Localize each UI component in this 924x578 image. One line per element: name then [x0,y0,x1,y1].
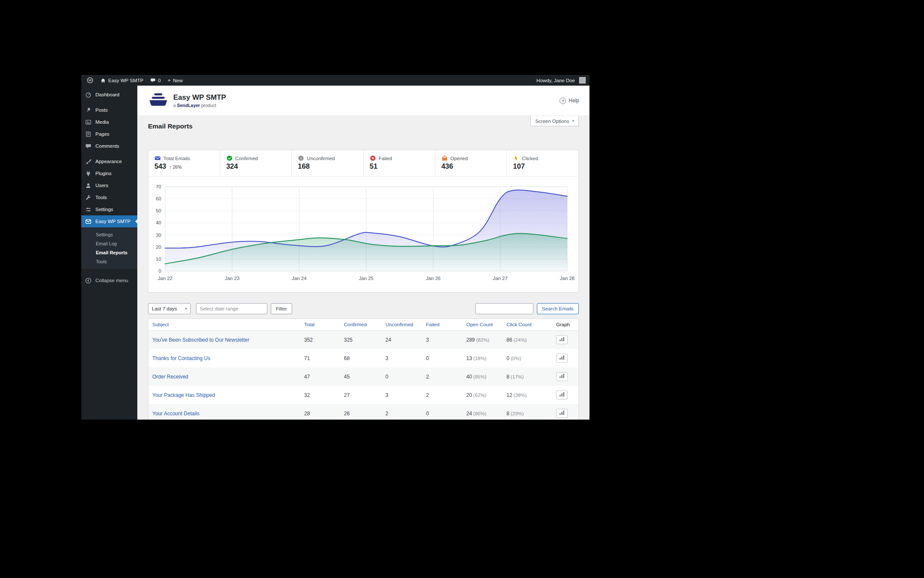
col-header-subject[interactable]: Subject [148,319,300,331]
wordpress-admin-window: W Easy WP SMTP 0 + New Howd [81,75,589,420]
custom-date-range-input[interactable] [196,303,267,314]
sidebar-item-plugins[interactable]: Plugins [81,167,137,179]
email-subject-link[interactable]: Thanks for Contacting Us [152,355,210,361]
email-subject-link[interactable]: You've Been Subscribed to Our Newsletter [152,337,249,343]
arrow-up-icon: ↑ [169,164,172,170]
graph-button[interactable] [556,354,568,363]
graph-button[interactable] [556,335,568,344]
submenu-item-settings[interactable]: Settings [81,230,137,239]
graph-button[interactable] [556,390,568,399]
graph-button[interactable] [556,372,568,381]
col-header-confirmed[interactable]: Confirmed [340,319,382,331]
comment-bubble-icon [150,77,156,83]
svg-text:Jan 24: Jan 24 [292,276,307,281]
plugin-title: Easy WP SMTP [173,93,226,102]
sliders-icon [85,206,92,213]
cell-graph [552,404,578,420]
filter-button[interactable]: Filter [271,303,292,314]
collapse-menu-button[interactable]: Collapse menu [81,274,137,286]
brush-icon [85,158,92,165]
howdy-text: Howdy, Jane Doe [536,78,575,83]
svg-text:?: ? [300,157,302,161]
search-emails-button[interactable]: Search Emails [537,303,579,314]
cell-subject: Thanks for Contacting Us [148,349,300,367]
stats-row: Total Emails 543 ↑26% Confirmed 324 ? Un… [148,150,578,177]
bar-chart-icon [559,373,565,380]
plugin-header: Easy WP SMTP a SendLayer product ? Help [137,86,589,116]
cell-open-count: 289(82%) [462,331,503,349]
col-header-graph: Graph [552,319,578,331]
sidebar-item-easy-wp-smtp[interactable]: Easy WP SMTP [81,215,137,227]
envelope-open-icon [441,155,448,161]
email-reports-table: Subject Total Confirmed Unconfirmed Fail… [148,319,579,420]
email-table-body: You've Been Subscribed to Our Newsletter… [148,331,578,420]
sidebar-item-label: Media [95,119,109,125]
cell-click-count: 8(17%) [503,367,552,386]
sidebar-item-label: Comments [95,143,119,149]
reports-card: Total Emails 543 ↑26% Confirmed 324 ? Un… [148,150,579,292]
table-header-row: Subject Total Confirmed Unconfirmed Fail… [148,319,578,331]
submenu-item-tools[interactable]: Tools [81,257,137,266]
sidebar-item-dashboard[interactable]: Dashboard [81,89,137,101]
sidebar-item-pages[interactable]: Pages [81,128,137,140]
user-icon [85,182,92,189]
howdy-account-link[interactable]: Howdy, Jane Doe [533,75,578,86]
dashboard-icon [85,92,92,98]
col-header-total[interactable]: Total [300,319,340,331]
graph-button[interactable] [556,409,568,418]
cell-failed: 3 [422,331,462,349]
table-row: Your Account Details28262024(86%)8(29%) [148,404,578,420]
sidebar-item-appearance[interactable]: Appearance [81,155,137,167]
svg-text:60: 60 [156,196,161,201]
email-subject-link[interactable]: Order Received [152,374,188,380]
cell-graph [552,386,578,404]
email-subject-link[interactable]: Your Account Details [152,411,199,417]
stat-clicked: Clicked 107 [507,150,578,176]
cell-failed: 2 [422,367,462,386]
col-header-unconfirmed[interactable]: Unconfirmed [382,319,422,331]
sidebar-item-posts[interactable]: Posts [81,104,137,116]
submenu-item-email-log[interactable]: Email Log [81,239,137,248]
menu-separator [81,101,137,104]
svg-text:70: 70 [156,184,161,189]
col-header-click-count[interactable]: Click Count [503,319,552,331]
cell-failed: 0 [422,349,462,367]
sidebar-item-media[interactable]: Media [81,116,137,128]
collapse-icon [85,277,92,284]
col-header-failed[interactable]: Failed [422,319,462,331]
email-chart: 010203040506070Jan 22Jan 23Jan 24Jan 25J… [148,177,578,292]
sidebar-item-comments[interactable]: Comments [81,140,137,152]
date-range-select[interactable]: Last 7 days ▾ [148,303,191,314]
sidebar-item-settings[interactable]: Settings [81,203,137,215]
cell-total: 71 [300,349,340,367]
screen-options-button[interactable]: Screen Options ▾ [530,116,579,126]
svg-text:Jan 28: Jan 28 [560,276,575,281]
svg-text:0: 0 [159,268,161,274]
svg-text:Jan 25: Jan 25 [359,276,374,281]
sidebar-item-label: Easy WP SMTP [95,219,130,224]
svg-text:10: 10 [156,256,161,262]
col-header-open-count[interactable]: Open Count [462,319,503,331]
sidebar-item-tools[interactable]: Tools [81,191,137,203]
trend-up-badge: ↑26% [169,164,182,170]
new-content-link[interactable]: + New [164,75,187,86]
cell-open-count: 40(85%) [462,367,503,386]
help-button[interactable]: ? Help [560,98,589,104]
chevron-down-icon: ▾ [185,307,187,311]
site-name-link[interactable]: Easy WP SMTP [97,75,147,86]
wordpress-logo-icon: W [87,77,93,83]
email-subject-link[interactable]: Your Package Has Shipped [152,392,215,398]
cell-click-count: 8(29%) [503,404,552,420]
avatar[interactable] [579,77,586,83]
stat-opened: Opened 436 [435,150,507,176]
comments-link[interactable]: 0 [147,75,164,86]
envelope-icon [85,218,92,225]
cursor-click-icon [513,155,519,161]
cell-click-count: 86(24%) [503,331,552,349]
search-input[interactable] [475,303,533,314]
sidebar-item-users[interactable]: Users [81,179,137,191]
submenu-item-email-reports[interactable]: Email Reports [81,248,137,257]
help-icon: ? [560,98,566,104]
wordpress-logo-menu[interactable]: W [83,75,97,86]
svg-text:50: 50 [156,208,161,213]
